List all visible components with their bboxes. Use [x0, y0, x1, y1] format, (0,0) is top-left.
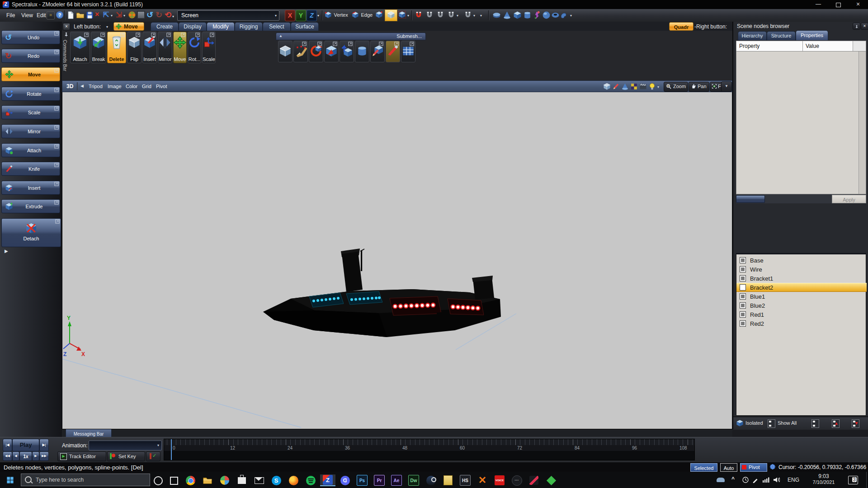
- primitive-torus-icon[interactable]: [551, 11, 560, 21]
- taskbar-notes-icon[interactable]: [442, 474, 454, 486]
- tray-language[interactable]: ENG: [788, 477, 799, 483]
- expand-corner-icon[interactable]: [348, 42, 353, 47]
- speed-button[interactable]: 1x: [19, 451, 32, 461]
- show-all-label[interactable]: Show All: [778, 420, 797, 426]
- minimize-button[interactable]: —: [808, 0, 828, 9]
- expand-corner-icon[interactable]: [394, 42, 399, 47]
- primitive-helper-icon[interactable]: [533, 11, 542, 21]
- save-icon[interactable]: [85, 11, 94, 21]
- sidebar-knife-button[interactable]: Knife: [1, 162, 60, 176]
- expand-corner-icon[interactable]: [84, 33, 89, 38]
- right-button-tool[interactable]: Quadr: [669, 22, 693, 31]
- toolbar-more-icon[interactable]: ▾: [172, 14, 174, 19]
- sidebar-rotate-button[interactable]: Rotate: [1, 87, 60, 101]
- tab-rigging[interactable]: Rigging: [235, 22, 263, 31]
- expand-corner-icon[interactable]: [181, 33, 186, 38]
- menu-edit[interactable]: Edit: [37, 12, 46, 19]
- grid-icon[interactable]: [137, 11, 145, 19]
- taskbar-dreamweaver-icon[interactable]: Dw: [408, 474, 420, 486]
- submesh-weld-button[interactable]: [309, 41, 323, 62]
- zoom-button[interactable]: Zoom: [664, 82, 688, 92]
- node-row-bracket2[interactable]: Bracket2: [736, 283, 867, 292]
- node-list[interactable]: Base Wire Bracket1 Bracket2 Blue1 Blue2 …: [736, 253, 866, 416]
- tray-cloud-icon[interactable]: [717, 478, 725, 482]
- property-list[interactable]: [736, 51, 866, 194]
- taskbar-skype-icon[interactable]: S: [270, 474, 282, 486]
- command-mirror-button[interactable]: Mirror: [158, 32, 172, 63]
- node-checkbox[interactable]: [740, 293, 746, 300]
- mesh-mode-button[interactable]: [385, 9, 397, 21]
- polygon-mode-icon[interactable]: [375, 11, 383, 20]
- taskbar-premiere-icon[interactable]: Pr: [373, 474, 385, 486]
- display-dropdown-icon[interactable]: ▾: [657, 85, 659, 89]
- axis-x-button[interactable]: X: [285, 10, 295, 21]
- taskbar-x-app-icon[interactable]: ✕: [476, 474, 488, 486]
- taskbar-discord-icon[interactable]: ᗡ: [339, 474, 351, 486]
- delete-icon[interactable]: ×: [95, 10, 99, 19]
- taskbar-circle-app-icon[interactable]: ⋯: [511, 474, 523, 486]
- wire-pencil-icon[interactable]: [612, 83, 620, 92]
- mode-dropdown-icon[interactable]: ▾: [407, 14, 409, 18]
- node-checkbox[interactable]: [740, 275, 746, 282]
- taskbar-store-icon[interactable]: [236, 474, 248, 486]
- primitive-cone-icon[interactable]: [503, 11, 511, 21]
- auto-indicator[interactable]: Auto: [720, 463, 737, 472]
- viewport-menu-tripod[interactable]: Tripod: [89, 84, 103, 89]
- move-down-icon[interactable]: ▼: [852, 419, 859, 428]
- expand-corner-icon[interactable]: [333, 42, 338, 47]
- primitive-cube-icon[interactable]: [513, 11, 522, 21]
- tab-hierarchy[interactable]: Hierarchy: [738, 31, 767, 40]
- expand-corner-icon[interactable]: [302, 42, 307, 47]
- key-options-button[interactable]: ✓: [146, 451, 160, 461]
- submesh-brush-button[interactable]: [293, 41, 308, 62]
- submesh-draw-button[interactable]: [370, 41, 385, 62]
- vertex-mode-button[interactable]: Vertex: [325, 10, 350, 20]
- taskbar-photoshop-icon[interactable]: Ps: [356, 474, 368, 486]
- expand-corner-icon[interactable]: [195, 33, 200, 38]
- object-mode-icon[interactable]: [398, 11, 406, 20]
- taskbar-voicemeeter-icon[interactable]: VOICE: [494, 474, 505, 486]
- last-frame-button[interactable]: ▶|: [39, 439, 49, 451]
- left-button-tool[interactable]: Move: [113, 22, 144, 31]
- expand-corner-icon[interactable]: [54, 182, 59, 187]
- node-checkbox[interactable]: [740, 311, 746, 318]
- sidebar-more-arrow-icon[interactable]: ▶: [5, 249, 8, 253]
- export-icon[interactable]: ⇲: [116, 10, 122, 19]
- node-checkbox[interactable]: [740, 302, 746, 309]
- timeline-track[interactable]: [164, 451, 694, 460]
- help-icon[interactable]: ?: [56, 11, 63, 19]
- taskbar-steam-icon[interactable]: [425, 474, 437, 486]
- cortana-icon[interactable]: [154, 476, 163, 485]
- list-plain-icon[interactable]: [811, 419, 819, 428]
- snap-panel-dropdown-icon[interactable]: ▾: [480, 14, 482, 18]
- taskbar-zmodeler-icon-active[interactable]: Z: [320, 474, 335, 486]
- submesh-header[interactable]: ▲ Submesh...: [276, 33, 426, 40]
- apply-button[interactable]: Apply: [832, 195, 866, 203]
- snap-vertex-icon[interactable]: [425, 11, 434, 21]
- maximize-button[interactable]: [828, 0, 848, 9]
- expand-corner-icon[interactable]: [54, 88, 59, 93]
- command-delete-button[interactable]: Delete: [107, 32, 126, 63]
- axis-y-button[interactable]: Y: [296, 10, 306, 21]
- viewport-menu-color[interactable]: Color: [126, 84, 137, 89]
- tab-select[interactable]: Select: [263, 22, 291, 31]
- axis-z-button[interactable]: Z: [307, 10, 317, 21]
- show-desktop-sliver[interactable]: [866, 472, 868, 488]
- menu-view[interactable]: View: [21, 12, 33, 19]
- tab-properties[interactable]: Properties: [796, 30, 828, 40]
- submesh-carve-button[interactable]: [386, 41, 400, 62]
- node-checkbox[interactable]: [740, 320, 746, 327]
- animation-select[interactable]: ▾: [89, 441, 162, 450]
- play-button[interactable]: Play: [12, 439, 39, 451]
- move-up-icon[interactable]: ▲: [832, 419, 840, 428]
- tray-clock[interactable]: 9:03 7/10/2021: [806, 473, 842, 487]
- tab-display[interactable]: Display: [179, 22, 207, 31]
- command-attach-button[interactable]: Attach: [70, 32, 90, 63]
- step-back-button[interactable]: ◀: [12, 451, 19, 461]
- command-move-button[interactable]: Move: [173, 32, 187, 63]
- command-scale-button[interactable]: Scale: [202, 32, 216, 63]
- expand-corner-icon[interactable]: [54, 50, 59, 55]
- edge-mode-button[interactable]: Edge: [352, 10, 373, 20]
- viewport-menu-grid[interactable]: Grid: [142, 84, 151, 89]
- expand-corner-icon[interactable]: [151, 33, 156, 38]
